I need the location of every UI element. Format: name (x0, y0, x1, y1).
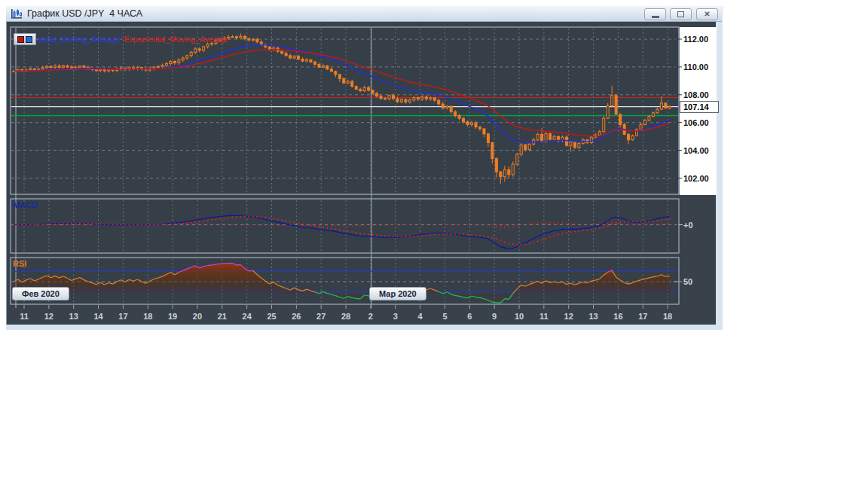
x-axis-label: 4 (418, 312, 423, 321)
x-axis-label: 25 (267, 312, 276, 321)
x-axis-label: 28 (341, 312, 350, 321)
minimize-icon (652, 16, 659, 18)
close-icon: ✕ (704, 11, 710, 18)
maximize-button[interactable] (670, 8, 692, 20)
rsi-panel-label: RSI (13, 259, 26, 268)
x-axis-label: 12 (564, 312, 573, 321)
legend-ma2-label: Exponential_Moving_Average (124, 35, 229, 44)
macd-zero-label: +0 (683, 221, 693, 230)
chart-window-icon (11, 8, 23, 19)
chart-canvas: 112.00110.00108.00106.00104.00102.00+050… (0, 0, 868, 488)
current-price-label: 107.14 (680, 101, 719, 113)
indicator-legend: ential_Moving_Average Exponential_Moving… (14, 33, 229, 45)
x-axis-label: 24 (243, 312, 252, 321)
x-axis-label: 16 (613, 312, 622, 321)
minimize-button[interactable] (644, 8, 666, 20)
maximize-icon (677, 11, 684, 17)
page: 112.00110.00108.00106.00104.00102.00+050… (0, 0, 868, 488)
x-axis-label: 12 (44, 312, 53, 321)
ma1-color-swatch (17, 36, 24, 43)
x-axis-label: 19 (168, 312, 177, 321)
x-axis-label: 10 (515, 312, 524, 321)
x-axis-label: 27 (316, 312, 326, 321)
price-tick-label: 112.00 (683, 35, 708, 44)
legend-chip (14, 33, 36, 45)
price-tick-label: 102.00 (683, 174, 709, 183)
x-axis-label: 2 (368, 312, 373, 321)
month-label-mar: Мар 2020 (369, 287, 426, 300)
x-axis-label: 6 (467, 312, 472, 321)
price-tick-label: 110.00 (683, 63, 708, 72)
price-tick-label: 108.00 (683, 90, 709, 99)
legend-ma1-label: ential_Moving_Average (38, 35, 121, 44)
rsi-mid-label: 50 (683, 277, 692, 286)
x-axis-label: 5 (442, 312, 447, 321)
window-title: График USD /JPY 4 ЧАСА (27, 8, 142, 19)
macd-panel-label: MACD (13, 200, 38, 209)
x-axis-label: 26 (292, 312, 301, 321)
x-axis-label: 18 (143, 312, 152, 321)
x-axis-label: 11 (539, 312, 549, 321)
close-button[interactable]: ✕ (696, 8, 718, 20)
x-axis-label: 20 (193, 312, 202, 321)
x-axis-label: 11 (20, 312, 29, 321)
titlebar[interactable]: График USD /JPY 4 ЧАСА (6, 6, 722, 22)
x-axis-label: 17 (118, 312, 127, 321)
ma2-color-swatch (26, 36, 32, 43)
month-label-feb: Фев 2020 (12, 287, 69, 300)
x-axis-label: 18 (663, 312, 672, 321)
x-axis-label: 17 (638, 312, 647, 321)
x-axis-label: 13 (588, 312, 598, 321)
x-axis-label: 14 (93, 312, 103, 321)
price-tick-label: 106.00 (683, 118, 709, 127)
x-axis-label: 21 (218, 312, 227, 321)
price-tick-label: 104.00 (683, 146, 709, 155)
x-axis-label: 3 (393, 312, 398, 321)
x-axis-label: 9 (492, 312, 497, 321)
x-axis-label: 13 (69, 312, 78, 321)
